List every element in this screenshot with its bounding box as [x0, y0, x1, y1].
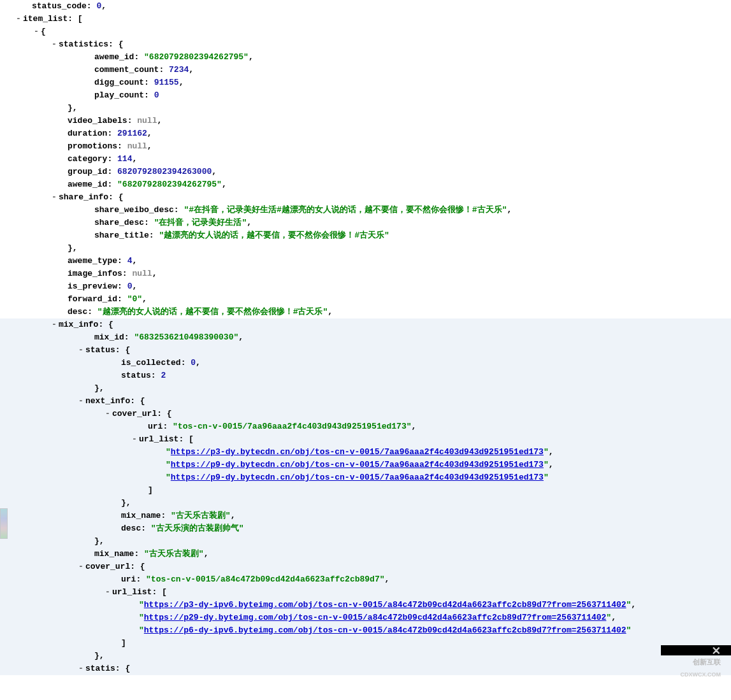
url-link[interactable]: https://p9-dy.bytecdn.cn/obj/tos-cn-v-00… — [171, 471, 544, 484]
json-value: null — [137, 115, 157, 127]
json-row: mix_name: "古天乐古装剧", — [0, 510, 731, 522]
json-key: share_title — [94, 229, 149, 242]
json-value: "越漂亮的女人说的话，越不要信，要不然你会很惨！#古天乐" — [98, 306, 328, 318]
collapse-toggle[interactable]: - — [50, 191, 59, 204]
collapse-toggle[interactable]: - — [14, 13, 23, 25]
json-key: mix_info — [59, 318, 98, 331]
url-link[interactable]: https://p29-dy.byteimg.com/obj/tos-cn-v-… — [144, 611, 607, 624]
json-value: "越漂亮的女人说的话，越不要信，要不然你会很惨！#古天乐" — [159, 229, 389, 242]
json-row: aweme_id: "6820792802394262795", — [0, 178, 731, 191]
json-viewer: status_code : 0, - item_list: [ - { - st… — [0, 0, 731, 688]
json-row: ] — [0, 637, 731, 650]
json-row: "https://p3-dy-ipv6.byteimg.com/obj/tos-… — [0, 599, 731, 611]
json-row: - { — [0, 25, 731, 38]
json-value: "在抖音，记录美好生活" — [154, 217, 247, 229]
json-value: "tos-cn-v-0015/a84c472b09cd42d4a6623affc… — [146, 573, 384, 586]
json-row: - statistics: { — [0, 38, 731, 51]
json-key: promotions — [68, 140, 117, 153]
url-link[interactable]: https://p3-dy-ipv6.byteimg.com/obj/tos-c… — [144, 599, 626, 611]
json-row: - cover_url: { — [0, 408, 731, 420]
collapse-toggle[interactable]: - — [130, 433, 139, 446]
collapse-toggle[interactable]: - — [76, 662, 85, 675]
json-key: digg_count — [94, 76, 144, 89]
json-row: is_preview: 0, — [0, 280, 731, 293]
json-key: is_collected — [121, 357, 181, 369]
collapse-toggle[interactable]: - — [76, 561, 85, 573]
json-key: uri — [121, 573, 136, 586]
json-key: uri — [148, 420, 163, 433]
json-key: next_info — [85, 395, 130, 408]
json-key: forward_id — [68, 293, 117, 306]
json-value: "6820792802394262795" — [144, 51, 249, 64]
json-value: "0" — [127, 293, 142, 306]
json-key: statis — [85, 662, 115, 675]
json-key: image_infos — [68, 268, 122, 280]
collapse-toggle[interactable]: - — [103, 586, 112, 599]
json-key: cover_url — [85, 561, 130, 573]
json-key: duration — [68, 127, 107, 140]
json-row: - share_info: { — [0, 191, 731, 204]
json-row: - next_info: { — [0, 395, 731, 408]
json-row: mix_name: "古天乐古装剧", — [0, 548, 731, 561]
json-row: "https://p9-dy.bytecdn.cn/obj/tos-cn-v-0… — [0, 471, 731, 484]
json-row: digg_count: 91155, — [0, 76, 731, 89]
json-key: share_info — [59, 191, 108, 204]
json-row: desc: "越漂亮的女人说的话，越不要信，要不然你会很惨！#古天乐", — [0, 306, 731, 318]
json-row: aweme_id: "6820792802394262795", — [0, 51, 731, 64]
collapse-toggle[interactable]: - — [50, 38, 59, 51]
json-value: "古天乐古装剧" — [171, 510, 231, 522]
json-key: mix_id — [94, 331, 124, 344]
json-row: "https://p29-dy.byteimg.com/obj/tos-cn-v… — [0, 611, 731, 624]
json-value: 0 — [127, 280, 133, 293]
json-value: 291162 — [117, 127, 147, 140]
json-row: - status: { — [0, 344, 731, 357]
json-row: }, — [0, 242, 731, 255]
json-key: desc — [68, 306, 87, 318]
json-value: 7234 — [169, 64, 189, 76]
json-row: duration: 291162, — [0, 127, 731, 140]
collapse-toggle[interactable]: - — [76, 395, 85, 408]
json-key: video_labels — [68, 115, 127, 127]
json-row: ] — [0, 484, 731, 497]
url-link[interactable]: https://p6-dy-ipv6.byteimg.com/obj/tos-c… — [144, 624, 626, 637]
json-row: play_count: 0 — [0, 89, 731, 102]
url-link[interactable]: https://p3-dy.bytecdn.cn/obj/tos-cn-v-00… — [171, 446, 544, 459]
json-row: share_weibo_desc: "#在抖音，记录美好生活#越漂亮的女人说的话… — [0, 204, 731, 217]
collapse-toggle[interactable]: - — [103, 408, 112, 420]
json-key: mix_name — [121, 510, 161, 522]
collapse-toggle[interactable]: - — [50, 318, 59, 331]
json-key: category — [68, 153, 107, 166]
json-row: - item_list: [ — [0, 13, 731, 25]
json-key: play_count — [94, 89, 144, 102]
json-value: 0 — [154, 89, 159, 102]
collapse-toggle[interactable]: - — [32, 25, 41, 38]
json-row: uri: "tos-cn-v-0015/a84c472b09cd42d4a662… — [0, 573, 731, 586]
collapse-toggle[interactable]: - — [76, 344, 85, 357]
json-row: "https://p6-dy-ipv6.byteimg.com/obj/tos-… — [0, 624, 731, 637]
json-row: comment_count: 7234, — [0, 64, 731, 76]
json-row: status: 2 — [0, 369, 731, 382]
json-row: share_desc: "在抖音，记录美好生活", — [0, 217, 731, 229]
json-value: 6820792802394263000 — [117, 166, 212, 178]
json-row: - mix_info: { — [0, 318, 731, 331]
url-link[interactable]: https://p9-dy.bytecdn.cn/obj/tos-cn-v-00… — [171, 459, 544, 471]
json-value: "6820792802394262795" — [117, 178, 222, 191]
json-key: status — [85, 344, 115, 357]
json-row: image_infos: null, — [0, 268, 731, 280]
json-key: statistics — [59, 38, 108, 51]
json-row: mix_id: "6832536210498390030", — [0, 331, 731, 344]
json-value: "#在抖音，记录美好生活#越漂亮的女人说的话，越不要信，要不然你会很惨！#古天乐… — [184, 204, 507, 217]
json-key: desc — [121, 522, 141, 535]
json-row: }, — [0, 497, 731, 510]
json-row: "https://p3-dy.bytecdn.cn/obj/tos-cn-v-0… — [0, 446, 731, 459]
json-key: status — [121, 369, 151, 382]
json-row: uri: "tos-cn-v-0015/7aa96aaa2f4c403d943d… — [0, 420, 731, 433]
json-value: 114 — [117, 153, 132, 166]
json-row: promotions: null, — [0, 140, 731, 153]
json-row: - url_list: [ — [0, 586, 731, 599]
json-value: 2 — [161, 369, 166, 382]
json-row: desc: "古天乐演的古装剧帅气" — [0, 522, 731, 535]
json-row: video_labels: null, — [0, 115, 731, 127]
json-value: 4 — [127, 255, 133, 268]
side-strip-decoration — [0, 508, 8, 539]
